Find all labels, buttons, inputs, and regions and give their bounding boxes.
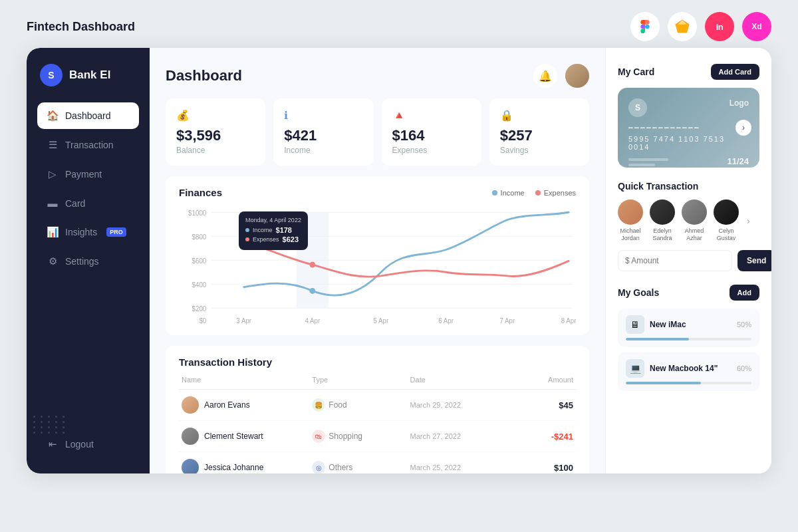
tx-name-1: Clement Stewart [182,428,312,445]
savings-value: $257 [500,127,579,144]
sidebar-item-transaction[interactable]: ☰ Transaction [37,132,139,158]
add-goal-button[interactable]: Add [730,285,759,301]
figma-icon[interactable] [630,12,660,41]
chart-legend: Income Expenses [492,189,576,197]
dashboard-icon: 🏠 [47,110,59,122]
finance-header: Finances Income Expenses [179,187,576,198]
dots-decoration [33,416,66,434]
xd-icon[interactable]: Xd [742,12,771,41]
income-icon: ℹ [284,109,362,122]
insights-icon: 📊 [47,226,59,238]
card-icon: ▬ [47,198,59,209]
logout-button[interactable]: ⇤ Logout [37,431,139,458]
card-arrow-button[interactable]: › [735,120,751,136]
card-s-icon: S [628,98,647,117]
card-bottom: 11/24 [628,156,749,166]
contact-edelyn[interactable]: EdelynSandra [650,200,675,242]
contact-avatar-3 [714,200,739,225]
contacts-next-arrow[interactable]: › [747,215,750,226]
expenses-legend-dot [535,190,541,196]
expenses-legend-label: Expenses [544,189,576,197]
goal-imac-pct: 50% [737,321,751,329]
goal-imac-bar [626,338,751,340]
header-actions: 🔔 [533,64,589,88]
goal-imac-header: 🖥 New iMac 50% [626,315,751,334]
goals-header: My Goals Add [618,285,759,301]
sidebar-item-label: Payment [65,169,102,180]
quick-tx-header: Quick Transaction [618,181,759,192]
contact-celyn[interactable]: CelynGustav [714,200,739,242]
tx-type-1: 🛍 Shopping [312,430,410,443]
expenses-value: $164 [392,127,471,144]
logout-label: Logout [65,439,94,450]
goal-imac: 🖥 New iMac 50% [618,309,759,347]
col-type: Type [312,376,410,384]
right-panel: My Card Add Card S Logo ━━━━━━━━━━━━ 599… [605,48,771,473]
svg-marker-4 [678,25,686,33]
sketch-icon[interactable] [668,12,697,41]
sidebar-item-label: Insights [65,227,97,237]
tx-avatar-0 [182,396,199,414]
sidebar-item-label: Settings [65,256,99,267]
transaction-history-title: Transaction History [179,356,576,368]
sidebar-item-label: Card [65,198,85,209]
sidebar: S Bank El 🏠 Dashboard ☰ Transaction ▷ Pa… [27,48,150,473]
sidebar-item-dashboard[interactable]: 🏠 Dashboard [37,102,139,129]
sidebar-item-settings[interactable]: ⚙ Settings [37,248,139,275]
savings-icon: 🔒 [500,109,579,122]
table-row: Aaron Evans 🍔 Food March 29, 2022 $45 [179,390,576,421]
svg-text:$1000: $1000 [188,209,207,217]
contact-name-1: EdelynSandra [652,227,672,242]
contact-ahmed[interactable]: AhmedAzhar [682,200,707,242]
user-avatar[interactable] [565,64,589,88]
contact-avatar-1 [650,200,675,225]
svg-point-23 [309,288,315,294]
notification-bell[interactable]: 🔔 [533,64,557,88]
add-card-button[interactable]: Add Card [711,64,760,80]
income-label: Income [284,146,362,155]
transaction-history-card: Transaction History Name Type Date Amoun… [166,346,589,473]
svg-text:4 Apr: 4 Apr [305,317,320,325]
sidebar-item-insights[interactable]: 📊 Insights PRO [37,219,139,245]
goal-macbook-icon: 💻 [626,359,644,378]
app-title: Fintech Dashboard [27,20,135,34]
tool-icons: in Xd [630,12,771,41]
card-line-1 [628,158,668,161]
settings-icon: ⚙ [47,255,59,267]
invision-icon[interactable]: in [705,12,734,41]
col-name: Name [182,376,312,384]
card-line-2 [628,164,655,166]
balance-icon: 💰 [176,109,255,122]
balance-value: $3,596 [176,127,255,144]
contact-michael[interactable]: MichaelJordan [618,200,643,242]
tx-amount-2: $100 [508,463,573,473]
table-row: Clement Stewart 🛍 Shopping March 27, 202… [179,421,576,452]
tx-avatar-1 [182,428,199,445]
sidebar-item-label: Dashboard [65,110,111,121]
svg-text:5 Apr: 5 Apr [374,317,389,325]
send-button[interactable]: Send [737,250,771,271]
col-amount: Amount [508,376,573,384]
brand-name: Bank El [69,68,110,82]
svg-text:$600: $600 [192,257,207,265]
card-logo-area: S Logo [628,98,749,117]
sidebar-item-card[interactable]: ▬ Card [37,190,139,216]
sidebar-item-label: Transaction [65,140,114,150]
table-header: Name Type Date Amount [179,376,576,390]
stats-row: 💰 $3,596 Balance ℹ $421 Income 🔺 $164 Ex… [166,98,589,166]
svg-text:3 Apr: 3 Apr [236,317,251,325]
contact-name-2: AhmedAzhar [685,227,704,242]
tx-amount-1: -$241 [508,432,573,442]
goal-macbook-header: 💻 New Macbook 14" 60% [626,359,751,378]
sidebar-nav: 🏠 Dashboard ☰ Transaction ▷ Payment ▬ Ca… [37,102,139,431]
sidebar-item-payment[interactable]: ▷ Payment [37,161,139,188]
transaction-icon: ☰ [47,139,59,151]
send-row: Send [618,250,759,271]
payment-icon: ▷ [47,168,59,180]
goal-imac-icon: 🖥 [626,315,644,334]
legend-expenses: Expenses [535,189,576,197]
card-number-dots: ━━━━━━━━━━━━ [628,124,749,132]
svg-text:$0: $0 [199,317,206,325]
content-header: Dashboard 🔔 [166,64,589,88]
amount-input[interactable] [618,250,732,271]
